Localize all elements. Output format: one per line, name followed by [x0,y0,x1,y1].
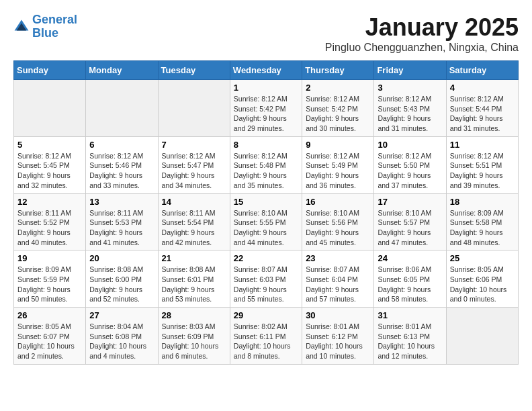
weekday-header: Thursday [302,61,374,80]
day-info: Sunrise: 8:11 AMSunset: 5:54 PMDaylight:… [162,208,226,248]
day-number: 16 [306,197,370,207]
logo: General Blue [13,13,77,40]
day-info: Sunrise: 8:12 AMSunset: 5:46 PMDaylight:… [89,151,154,191]
calendar-week-row: 5 Sunrise: 8:12 AMSunset: 5:45 PMDayligh… [14,136,519,193]
day-info: Sunrise: 8:12 AMSunset: 5:45 PMDaylight:… [17,151,82,191]
day-info: Sunrise: 8:11 AMSunset: 5:53 PMDaylight:… [89,208,154,248]
calendar-cell: 29 Sunrise: 8:02 AMSunset: 6:11 PMDaylig… [230,308,302,365]
calendar-subtitle: Pingluo Chengguanzhen, Ningxia, China [325,42,519,54]
calendar-cell [14,80,86,137]
calendar-cell: 7 Sunrise: 8:12 AMSunset: 5:47 PMDayligh… [158,136,230,193]
calendar-cell: 19 Sunrise: 8:09 AMSunset: 5:59 PMDaylig… [14,250,86,308]
day-info: Sunrise: 8:12 AMSunset: 5:47 PMDaylight:… [162,151,226,191]
logo-text: General Blue [32,13,77,40]
calendar-cell: 23 Sunrise: 8:07 AMSunset: 6:04 PMDaylig… [302,250,374,308]
weekday-header: Monday [86,61,158,80]
calendar-week-row: 26 Sunrise: 8:05 AMSunset: 6:07 PMDaylig… [14,308,519,365]
calendar-cell: 13 Sunrise: 8:11 AMSunset: 5:53 PMDaylig… [86,193,158,250]
day-info: Sunrise: 8:07 AMSunset: 6:03 PMDaylight:… [234,265,298,304]
day-info: Sunrise: 8:05 AMSunset: 6:07 PMDaylight:… [17,322,82,361]
calendar-cell: 31 Sunrise: 8:01 AMSunset: 6:13 PMDaylig… [374,308,446,365]
day-number: 7 [162,140,226,150]
day-info: Sunrise: 8:08 AMSunset: 6:01 PMDaylight:… [162,265,226,304]
calendar-cell: 24 Sunrise: 8:06 AMSunset: 6:05 PMDaylig… [374,250,446,308]
calendar-cell: 6 Sunrise: 8:12 AMSunset: 5:46 PMDayligh… [86,136,158,193]
calendar-cell: 8 Sunrise: 8:12 AMSunset: 5:48 PMDayligh… [230,136,302,193]
day-number: 29 [234,310,298,320]
day-info: Sunrise: 8:06 AMSunset: 6:05 PMDaylight:… [378,265,442,304]
calendar-cell: 14 Sunrise: 8:11 AMSunset: 5:54 PMDaylig… [158,193,230,250]
day-info: Sunrise: 8:12 AMSunset: 5:44 PMDaylight:… [450,94,515,134]
calendar-cell: 11 Sunrise: 8:12 AMSunset: 5:51 PMDaylig… [446,136,518,193]
day-info: Sunrise: 8:11 AMSunset: 5:52 PMDaylight:… [17,208,82,248]
day-number: 20 [89,253,154,263]
calendar-cell: 1 Sunrise: 8:12 AMSunset: 5:42 PMDayligh… [230,80,302,137]
calendar-cell: 22 Sunrise: 8:07 AMSunset: 6:03 PMDaylig… [230,250,302,308]
day-info: Sunrise: 8:01 AMSunset: 6:12 PMDaylight:… [306,322,370,361]
day-number: 11 [450,140,515,150]
day-info: Sunrise: 8:09 AMSunset: 5:58 PMDaylight:… [450,208,515,248]
day-info: Sunrise: 8:12 AMSunset: 5:42 PMDaylight:… [306,94,370,134]
calendar-week-row: 12 Sunrise: 8:11 AMSunset: 5:52 PMDaylig… [14,193,519,250]
day-number: 22 [234,253,298,263]
day-number: 3 [378,83,442,93]
day-info: Sunrise: 8:08 AMSunset: 6:00 PMDaylight:… [89,265,154,304]
day-number: 21 [162,253,226,263]
day-info: Sunrise: 8:12 AMSunset: 5:42 PMDaylight:… [234,94,298,134]
day-info: Sunrise: 8:10 AMSunset: 5:57 PMDaylight:… [378,208,442,248]
calendar-cell: 21 Sunrise: 8:08 AMSunset: 6:01 PMDaylig… [158,250,230,308]
day-number: 18 [450,197,515,207]
weekday-header: Wednesday [230,61,302,80]
day-number: 10 [378,140,442,150]
day-number: 19 [17,253,82,263]
calendar-cell [446,308,518,365]
day-info: Sunrise: 8:03 AMSunset: 6:09 PMDaylight:… [162,322,226,361]
day-number: 23 [306,253,370,263]
day-number: 15 [234,197,298,207]
day-number: 4 [450,83,515,93]
day-info: Sunrise: 8:12 AMSunset: 5:43 PMDaylight:… [378,94,442,134]
day-number: 8 [234,140,298,150]
calendar-cell: 26 Sunrise: 8:05 AMSunset: 6:07 PMDaylig… [14,308,86,365]
day-number: 25 [450,253,515,263]
calendar-cell: 4 Sunrise: 8:12 AMSunset: 5:44 PMDayligh… [446,80,518,137]
day-info: Sunrise: 8:12 AMSunset: 5:49 PMDaylight:… [306,151,370,191]
day-number: 2 [306,83,370,93]
day-number: 24 [378,253,442,263]
calendar-cell: 3 Sunrise: 8:12 AMSunset: 5:43 PMDayligh… [374,80,446,137]
day-info: Sunrise: 8:12 AMSunset: 5:50 PMDaylight:… [378,151,442,191]
day-info: Sunrise: 8:04 AMSunset: 6:08 PMDaylight:… [89,322,154,361]
day-number: 27 [89,310,154,320]
day-info: Sunrise: 8:02 AMSunset: 6:11 PMDaylight:… [234,322,298,361]
day-number: 6 [89,140,154,150]
calendar-cell: 2 Sunrise: 8:12 AMSunset: 5:42 PMDayligh… [302,80,374,137]
calendar-week-row: 19 Sunrise: 8:09 AMSunset: 5:59 PMDaylig… [14,250,519,308]
calendar-cell: 5 Sunrise: 8:12 AMSunset: 5:45 PMDayligh… [14,136,86,193]
day-number: 9 [306,140,370,150]
day-info: Sunrise: 8:01 AMSunset: 6:13 PMDaylight:… [378,322,442,361]
calendar-cell: 16 Sunrise: 8:10 AMSunset: 5:56 PMDaylig… [302,193,374,250]
day-info: Sunrise: 8:12 AMSunset: 5:48 PMDaylight:… [234,151,298,191]
weekday-header: Sunday [14,61,86,80]
day-number: 13 [89,197,154,207]
day-info: Sunrise: 8:05 AMSunset: 6:06 PMDaylight:… [450,265,515,304]
calendar-cell [86,80,158,137]
calendar-cell: 20 Sunrise: 8:08 AMSunset: 6:00 PMDaylig… [86,250,158,308]
weekday-header: Tuesday [158,61,230,80]
calendar-cell: 25 Sunrise: 8:05 AMSunset: 6:06 PMDaylig… [446,250,518,308]
day-number: 31 [378,310,442,320]
calendar-cell: 12 Sunrise: 8:11 AMSunset: 5:52 PMDaylig… [14,193,86,250]
calendar-cell: 9 Sunrise: 8:12 AMSunset: 5:49 PMDayligh… [302,136,374,193]
calendar-cell: 30 Sunrise: 8:01 AMSunset: 6:12 PMDaylig… [302,308,374,365]
day-number: 14 [162,197,226,207]
calendar-cell: 28 Sunrise: 8:03 AMSunset: 6:09 PMDaylig… [158,308,230,365]
day-info: Sunrise: 8:10 AMSunset: 5:56 PMDaylight:… [306,208,370,248]
calendar-week-row: 1 Sunrise: 8:12 AMSunset: 5:42 PMDayligh… [14,80,519,137]
calendar-table: SundayMondayTuesdayWednesdayThursdayFrid… [13,60,519,365]
title-block: January 2025 Pingluo Chengguanzhen, Ning… [325,13,519,54]
day-info: Sunrise: 8:07 AMSunset: 6:04 PMDaylight:… [306,265,370,304]
calendar-cell: 10 Sunrise: 8:12 AMSunset: 5:50 PMDaylig… [374,136,446,193]
day-info: Sunrise: 8:12 AMSunset: 5:51 PMDaylight:… [450,151,515,191]
calendar-cell: 18 Sunrise: 8:09 AMSunset: 5:58 PMDaylig… [446,193,518,250]
day-number: 30 [306,310,370,320]
